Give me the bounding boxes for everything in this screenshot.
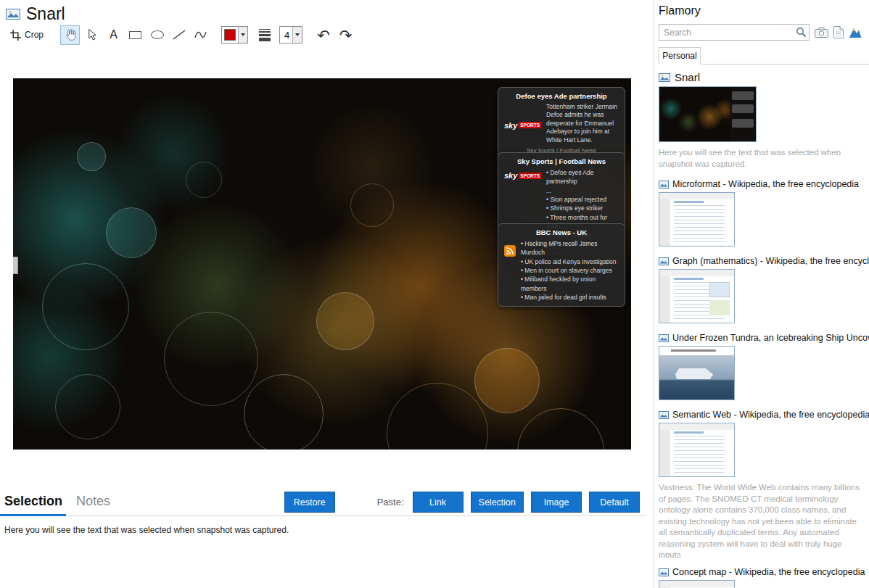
ellipse-tool-button[interactable] [147,25,167,45]
search-icon [796,27,807,38]
line-width-button[interactable] [255,25,274,45]
sky-logo-badge: SPORTS [519,122,541,128]
list-item: Semantic Web - Wikipedia, the free encyc… [659,410,869,558]
bokeh-circle [186,162,222,198]
paste-default-button[interactable]: Default [589,492,640,513]
entry-title: Graph (mathematics) - Wikipedia, the fre… [672,256,869,266]
crop-icon [10,30,21,41]
search-box [659,24,810,41]
size-select[interactable]: 4 [279,26,302,44]
chevron-down-icon [241,33,245,36]
headline: Shrimps eye striker [546,204,619,212]
headline: ... [546,186,619,195]
search-input[interactable] [659,25,809,40]
redo-button[interactable]: ↷ [336,28,356,43]
current-snapshot-header[interactable]: Snarl [659,71,869,83]
bokeh-circle [474,348,540,413]
bokeh-circle [106,207,157,258]
hand-tool-button[interactable] [60,25,80,45]
paste-selection-button[interactable]: Selection [471,492,524,513]
bokeh-circle [55,374,120,439]
selection-text: Here you will see the text that was sele… [4,525,289,535]
entry-title: Under Frozen Tundra, an Icebreaking Ship… [672,333,869,343]
editor-pane: Snarl Crop A [0,0,653,588]
paste-image-button[interactable]: Image [531,492,582,513]
color-picker[interactable] [221,26,248,44]
popup-title: BBC News - UK [504,228,619,236]
headline: UK police aid Kenya investigation [521,257,619,266]
list-item: Concept map - Wikipedia, the free encycl… [659,567,869,588]
line-icon [173,30,186,40]
flamory-logo-icon[interactable] [849,27,862,38]
sky-sports-logo: sky SPORTS [504,171,541,180]
entry-thumbnail[interactable] [659,346,735,400]
headline: Man jailed for dead girl insults [521,293,619,302]
crop-button[interactable]: Crop [6,27,48,44]
headline: Sion appeal rejected [546,195,619,204]
rectangle-tool-button[interactable] [125,25,145,45]
entry-title: Microformat - Wikipedia, the free encycl… [672,179,869,189]
entry-title-row[interactable]: Microformat - Wikipedia, the free encycl… [659,179,869,189]
snapshot-icon [659,181,669,189]
list-item: Microformat - Wikipedia, the free encycl… [659,179,869,247]
tab-notes[interactable]: Notes [66,494,118,515]
annotation-toolbar: Crop A [6,24,355,46]
entry-title-row[interactable]: Concept map - Wikipedia, the free encycl… [659,567,869,577]
text-tool-button[interactable]: A [104,25,123,45]
size-value: 4 [280,30,292,41]
sky-logo-word: sky [504,171,517,180]
select-tool-button[interactable] [82,25,102,45]
bokeh-circle [77,142,106,171]
entry-title-row[interactable]: Semantic Web - Wikipedia, the free encyc… [659,410,869,420]
sky-sports-logo: sky SPORTS [504,121,541,130]
bottom-toolbar: Selection Notes Restore Paste: Link Sele… [0,492,646,516]
current-snapshot-thumbnail[interactable] [659,86,757,142]
rss-icon [504,245,516,257]
entry-thumbnail[interactable] [659,423,735,477]
crop-label: Crop [25,30,44,40]
bokeh-circle [164,312,258,406]
flamory-sidebar: Flamory Personal Snarl Here you will see… [653,0,869,588]
snapshot-icon [659,568,669,576]
canvas-edge-handle[interactable] [13,257,18,274]
rectangle-icon [129,31,141,39]
hand-icon [63,28,77,42]
text-tool-icon: A [110,28,118,41]
freehand-tool-button[interactable] [191,25,210,45]
headline: Defoe eyes Ade partnership [546,168,619,186]
headline: Miliband heckled by union members [521,275,619,293]
color-dropdown[interactable] [238,27,247,43]
page-title: Snarl [26,4,65,24]
bokeh-circle [316,292,374,350]
snapshot-icon [6,9,20,20]
sky-logo-word: sky [504,121,517,130]
size-dropdown[interactable] [292,27,302,43]
bokeh-circle [42,263,129,350]
paste-label: Paste: [377,497,404,508]
entry-title-row[interactable]: Graph (mathematics) - Wikipedia, the fre… [659,256,869,266]
entry-thumbnail[interactable] [659,192,735,247]
color-swatch [224,29,236,41]
entry-thumbnail[interactable] [659,269,735,323]
undo-button[interactable]: ↶ [313,28,334,43]
tab-selection[interactable]: Selection [0,494,66,516]
snapshot-header: Snarl [6,4,65,24]
snapshot-icon [659,411,669,419]
popup-body: Tottenham striker Jermain Defoe admits h… [546,103,619,144]
entry-note: Vastness: The World Wide Web contains ma… [659,482,865,558]
notification-popup-bbc: BBC News - UK Hacking MPs recall James M… [498,223,625,307]
paste-link-button[interactable]: Link [413,492,464,513]
entry-thumbnail[interactable] [659,580,735,588]
snapshot-icon [659,334,669,342]
sky-logo-badge: SPORTS [519,173,541,179]
list-item: Graph (mathematics) - Wikipedia, the fre… [659,256,869,323]
chevron-down-icon [295,33,300,36]
line-tool-button[interactable] [169,25,189,45]
snapshot-icon [659,257,669,265]
tab-personal[interactable]: Personal [659,47,701,65]
snapshot-canvas[interactable]: Defoe eyes Ade partnership sky SPORTS To… [13,78,631,450]
restore-button[interactable]: Restore [284,492,335,513]
document-button[interactable] [833,26,844,38]
camera-button[interactable] [815,27,828,38]
entry-title-row[interactable]: Under Frozen Tundra, an Icebreaking Ship… [659,333,869,343]
